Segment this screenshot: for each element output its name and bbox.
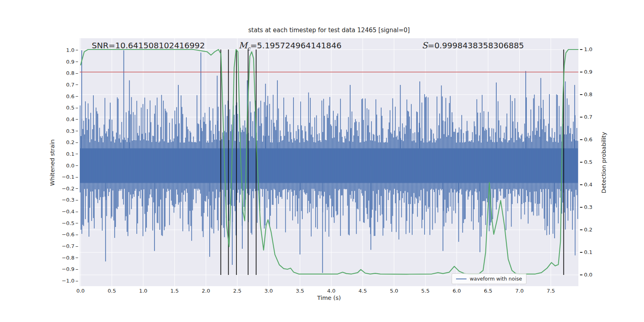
right-tick-label: 0.3 xyxy=(584,204,600,210)
left-tick-mark xyxy=(76,165,78,166)
legend[interactable]: waveform with noise xyxy=(452,273,526,284)
x-tick-label: 1.5 xyxy=(167,288,183,294)
annotation-mc-symbol: M xyxy=(239,41,248,50)
x-tick-label: 0.5 xyxy=(104,288,120,294)
annotation-s-value: =0.9998438358306885 xyxy=(427,41,524,50)
left-tick-mark xyxy=(76,62,78,62)
x-tick-label: 2.0 xyxy=(198,288,214,294)
annotation-score: S=0.9998438358306885 xyxy=(422,41,524,50)
right-tick-mark xyxy=(580,49,582,50)
left-tick-label: −0.8 xyxy=(52,255,74,261)
left-tick-label: 0.5 xyxy=(52,105,74,111)
annotation-mc-subscript: c xyxy=(248,45,250,52)
left-tick-mark xyxy=(76,246,78,247)
left-tick-mark xyxy=(76,235,78,235)
x-tick-label: 6.0 xyxy=(449,288,465,294)
left-tick-label: 0.3 xyxy=(52,128,74,134)
x-tick-label: 5.5 xyxy=(417,288,433,294)
left-tick-mark xyxy=(76,131,78,131)
x-tick-label: 7.0 xyxy=(512,288,528,294)
left-tick-label: −0.6 xyxy=(52,232,74,237)
right-tick-mark xyxy=(580,275,582,275)
left-tick-label: 1.0 xyxy=(52,47,74,53)
left-tick-mark xyxy=(76,177,78,178)
left-tick-mark xyxy=(76,73,78,74)
x-tick-label: 5.0 xyxy=(386,288,402,294)
x-tick-label: 3.5 xyxy=(292,288,308,294)
left-tick-mark xyxy=(76,50,78,50)
left-tick-mark xyxy=(76,223,78,223)
left-tick-label: −0.4 xyxy=(52,209,74,215)
left-tick-label: −0.9 xyxy=(52,266,74,272)
left-tick-mark xyxy=(76,188,78,189)
x-tick-label: 3.0 xyxy=(260,288,277,294)
x-axis-label: Time (s) xyxy=(80,295,578,301)
left-tick-label: 0.7 xyxy=(52,82,74,88)
left-tick-label: 0.2 xyxy=(52,140,74,145)
x-tick-label: 4.5 xyxy=(355,288,371,294)
chart-title: stats at each timestep for test data 124… xyxy=(80,27,578,34)
right-tick-mark xyxy=(580,72,582,72)
left-tick-mark xyxy=(76,269,78,270)
x-tick-label: 7.5 xyxy=(543,288,559,294)
right-tick-label: 0.9 xyxy=(584,69,600,75)
right-tick-label: 0.2 xyxy=(584,227,600,233)
right-tick-label: 1.0 xyxy=(584,47,600,52)
legend-line-sample xyxy=(456,279,466,279)
left-tick-mark xyxy=(76,281,78,281)
left-tick-mark xyxy=(76,85,78,85)
left-tick-mark xyxy=(76,154,78,154)
right-tick-mark xyxy=(580,94,582,95)
right-tick-mark xyxy=(580,252,582,252)
left-tick-label: −0.3 xyxy=(52,197,74,203)
left-tick-label: 0.1 xyxy=(52,151,74,157)
x-tick-label: 4.0 xyxy=(323,288,339,294)
annotation-chirp-mass: Mc=5.195724964141846 xyxy=(239,41,342,52)
left-tick-label: −0.7 xyxy=(52,244,74,249)
right-tick-label: 0.8 xyxy=(584,92,600,97)
x-tick-label: 1.0 xyxy=(135,288,151,294)
right-tick-mark xyxy=(580,117,582,117)
left-tick-label: −0.2 xyxy=(52,186,74,192)
left-tick-mark xyxy=(76,96,78,97)
left-tick-label: 0.9 xyxy=(52,59,74,65)
annotation-mc-value: =5.195724964141846 xyxy=(250,41,342,50)
left-tick-mark xyxy=(76,200,78,200)
left-tick-label: −1.0 xyxy=(52,278,74,284)
figure-canvas: stats at each timestep for test data 124… xyxy=(0,0,644,322)
annotation-s-symbol: S xyxy=(422,41,427,50)
left-tick-label: −0.1 xyxy=(52,174,74,180)
right-tick-label: 0.7 xyxy=(584,114,600,120)
right-tick-label: 0.1 xyxy=(584,250,600,255)
left-tick-mark xyxy=(76,212,78,212)
x-tick-label: 0.0 xyxy=(72,288,89,294)
right-tick-mark xyxy=(580,139,582,140)
left-tick-label: 0.8 xyxy=(52,70,74,76)
left-tick-label: −0.5 xyxy=(52,221,74,226)
left-y-axis-label: Whitened strain xyxy=(49,134,56,191)
x-tick-label: 2.5 xyxy=(229,288,246,294)
right-tick-label: 0.5 xyxy=(584,159,600,165)
annotation-snr-text: SNR=10.641508102416992 xyxy=(92,41,205,50)
legend-label: waveform with noise xyxy=(470,276,522,282)
right-tick-mark xyxy=(580,184,582,185)
left-tick-label: 0.4 xyxy=(52,117,74,122)
annotation-snr: SNR=10.641508102416992 xyxy=(92,41,205,50)
left-tick-mark xyxy=(76,119,78,120)
right-tick-mark xyxy=(580,162,582,162)
x-tick-label: 6.5 xyxy=(480,288,496,294)
right-tick-label: 0.4 xyxy=(584,182,600,188)
left-tick-label: 0.0 xyxy=(52,163,74,169)
left-tick-mark xyxy=(76,142,78,143)
right-tick-mark xyxy=(580,207,582,207)
right-tick-label: 0.6 xyxy=(584,137,600,142)
right-tick-label: 0.0 xyxy=(584,272,600,278)
left-tick-mark xyxy=(76,258,78,258)
left-tick-mark xyxy=(76,108,78,108)
right-y-axis-label: Detection probability xyxy=(601,130,607,195)
left-tick-label: 0.6 xyxy=(52,94,74,99)
right-tick-mark xyxy=(580,229,582,230)
